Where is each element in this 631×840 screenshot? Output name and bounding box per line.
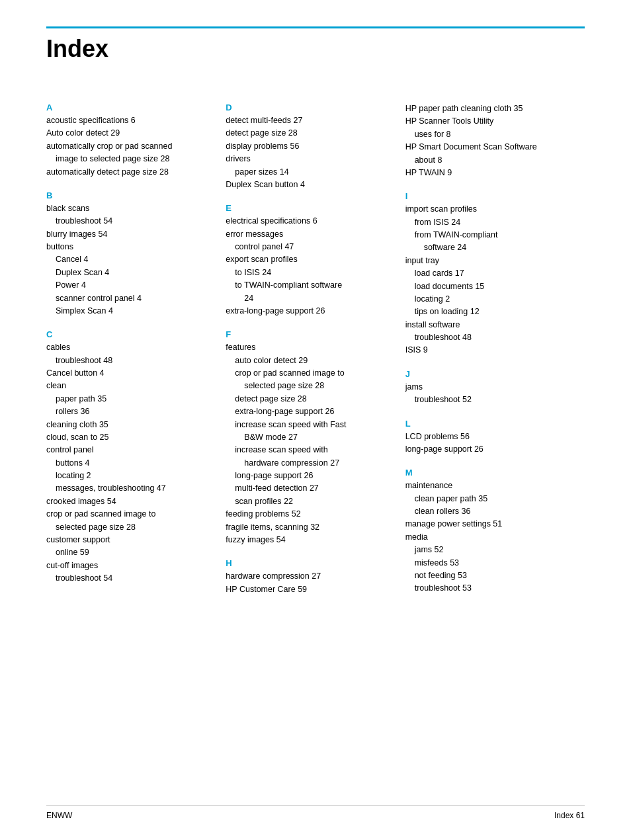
index-entry: software 24 — [405, 241, 571, 254]
index-entry: scan profiles 22 — [226, 495, 392, 508]
index-entry: from TWAIN-compliant — [405, 229, 571, 241]
index-entry: error messages — [226, 228, 392, 241]
letter-F: F — [226, 329, 392, 339]
index-entry: fragile items, scanning 32 — [226, 521, 392, 534]
letter-E: E — [226, 203, 392, 213]
index-entry: LCD problems 56 — [405, 431, 571, 443]
index-entry: display problems 56 — [226, 140, 392, 153]
index-entry: selected page size 28 — [46, 521, 212, 534]
index-entry: troubleshoot 48 — [405, 331, 571, 344]
index-entry: jams — [405, 381, 571, 394]
letter-B: B — [46, 190, 212, 200]
index-entry: ISIS 9 — [405, 344, 571, 357]
index-entry: clean paper path 35 — [405, 493, 571, 505]
index-entry: load cards 17 — [405, 267, 571, 280]
index-entry: troubleshoot 48 — [46, 355, 212, 367]
column-3: HP paper path cleaning cloth 35HP Scanne… — [405, 103, 585, 595]
index-entry: misfeeds 53 — [405, 557, 571, 569]
letter-J: J — [405, 369, 571, 379]
index-entry: cleaning cloth 35 — [46, 419, 212, 431]
top-rule — [46, 26, 585, 28]
index-entry: crop or pad scanned image to — [46, 508, 212, 521]
index-entry: increase scan speed with — [226, 444, 392, 456]
index-entry: fuzzy images 54 — [226, 534, 392, 546]
letter-I: I — [405, 191, 571, 201]
page-title: Index — [46, 35, 585, 63]
index-entry: load documents 15 — [405, 280, 571, 293]
index-entry: auto color detect 29 — [226, 355, 392, 367]
index-entry: long-page support 26 — [405, 443, 571, 456]
index-entry: HP paper path cleaning cloth 35 — [405, 103, 571, 115]
index-entry: buttons 4 — [46, 457, 212, 470]
index-entry: Duplex Scan 4 — [46, 267, 212, 279]
index-entry: troubleshoot 54 — [46, 572, 212, 585]
index-entry: blurry images 54 — [46, 228, 212, 241]
index-entry: cloud, scan to 25 — [46, 431, 212, 444]
index-entry: export scan profiles — [226, 253, 392, 266]
index-entry: troubleshoot 54 — [46, 215, 212, 228]
index-entry: troubleshoot 52 — [405, 394, 571, 406]
footer-right: Index 61 — [554, 811, 585, 820]
index-entry: detect page size 28 — [226, 393, 392, 405]
index-entry: cut-off images — [46, 560, 212, 572]
index-entry: acoustic specifications 6 — [46, 114, 212, 127]
index-entry: clean rollers 36 — [405, 505, 571, 518]
index-entry: tips on loading 12 — [405, 306, 571, 318]
index-entry: multi-feed detection 27 — [226, 482, 392, 495]
index-entry: HP Smart Document Scan Software — [405, 141, 571, 153]
index-entry: extra-long-page support 26 — [226, 405, 392, 418]
index-entry: manage power settings 51 — [405, 518, 571, 530]
index-entry: install software — [405, 319, 571, 331]
index-entry: long-page support 26 — [226, 470, 392, 482]
index-entry: electrical specifications 6 — [226, 215, 392, 228]
index-entry: increase scan speed with Fast — [226, 419, 392, 431]
index-entry: locating 2 — [405, 293, 571, 306]
index-entry: Cancel 4 — [46, 253, 212, 266]
letter-C: C — [46, 329, 212, 339]
letter-M: M — [405, 468, 571, 478]
index-entry: paper path 35 — [46, 393, 212, 405]
index-entry: locating 2 — [46, 470, 212, 482]
index-entry: buttons — [46, 241, 212, 253]
index-entry: HP TWAIN 9 — [405, 167, 571, 179]
index-entry: extra-long-page support 26 — [226, 305, 392, 317]
title-section: Index — [46, 35, 585, 63]
index-entry: automatically crop or pad scanned — [46, 140, 212, 153]
column-2: Ddetect multi-feeds 27detect page size 2… — [226, 103, 405, 596]
index-entry: Duplex Scan button 4 — [226, 179, 392, 191]
index-entry: image to selected page size 28 — [46, 153, 212, 165]
index-entry: troubleshoot 53 — [405, 582, 571, 595]
index-entry: input tray — [405, 255, 571, 267]
index-entry: customer support — [46, 534, 212, 546]
index-entry: maintenance — [405, 480, 571, 492]
index-entry: Cancel button 4 — [46, 367, 212, 380]
letter-D: D — [226, 103, 392, 112]
index-entry: uses for 8 — [405, 128, 571, 141]
index-entry: from ISIS 24 — [405, 216, 571, 229]
column-1: Aacoustic specifications 6Auto color det… — [46, 103, 226, 585]
index-entry: detect page size 28 — [226, 127, 392, 140]
index-entry: black scans — [46, 202, 212, 215]
index-entry: B&W mode 27 — [226, 431, 392, 444]
footer: ENWW Index 61 — [46, 805, 585, 820]
index-entry: automatically detect page size 28 — [46, 166, 212, 179]
letter-L: L — [405, 419, 571, 429]
index-entry: crop or pad scanned image to — [226, 367, 392, 380]
page: Index Aacoustic specifications 6Auto col… — [0, 0, 631, 840]
index-entry: import scan profiles — [405, 203, 571, 216]
index-entry: 24 — [226, 292, 392, 305]
index-entry: hardware compression 27 — [226, 457, 392, 470]
index-entry: cables — [46, 341, 212, 354]
index-entry: messages, troubleshooting 47 — [46, 482, 212, 495]
index-entry: online 59 — [46, 546, 212, 559]
index-entry: features — [226, 341, 392, 354]
index-entry: detect multi-feeds 27 — [226, 114, 392, 127]
index-entry: crooked images 54 — [46, 495, 212, 508]
index-entry: Auto color detect 29 — [46, 127, 212, 140]
index-entry: to TWAIN-compliant software — [226, 279, 392, 292]
index-entry: control panel 47 — [226, 241, 392, 253]
index-entry: clean — [46, 380, 212, 392]
index-entry: media — [405, 531, 571, 544]
index-entry: drivers — [226, 153, 392, 165]
letter-A: A — [46, 103, 212, 112]
